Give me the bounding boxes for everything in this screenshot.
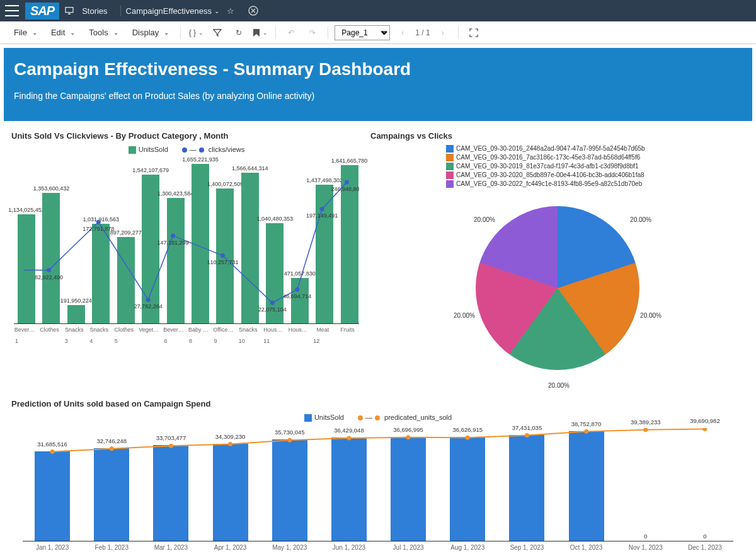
bar <box>153 445 188 541</box>
bar <box>450 437 485 541</box>
close-icon[interactable] <box>248 6 258 16</box>
line-value-label: 39,389,233 <box>631 419 661 426</box>
x-month-label: 6 <box>164 338 168 344</box>
legend-unitssold: UnitsSold <box>129 146 168 154</box>
x-category-label: Baby … <box>186 327 210 333</box>
filter-icon[interactable] <box>209 24 226 42</box>
bar-value-label: 471,057,830 <box>284 270 316 277</box>
bar <box>35 451 70 542</box>
x-month-label: 4 <box>89 338 93 344</box>
x-label: Dec 1, 2023 <box>688 544 722 551</box>
next-page-icon[interactable]: › <box>434 24 452 42</box>
favorite-icon[interactable]: ☆ <box>227 6 234 16</box>
svg-rect-0 <box>66 8 73 13</box>
x-label: Aug 1, 2023 <box>450 544 484 551</box>
toolbar: File⌄ Edit⌄ Tools⌄ Display⌄ { }⌄ ↻ ⌄ ↶ ↷… <box>0 21 756 44</box>
fullscreen-icon[interactable] <box>465 24 483 42</box>
pie-legend-item: CAM_VEG_09-30-2020_85db897e-00e4-4106-bc… <box>446 171 745 180</box>
line-value-label: 35,730,045 <box>275 429 305 436</box>
x-month-label: 1 <box>15 338 18 344</box>
bar <box>291 278 309 323</box>
pie-chart <box>476 206 639 370</box>
page-indicator: 1 / 1 <box>415 28 430 37</box>
x-month-label: 9 <box>214 338 217 344</box>
bar <box>117 237 135 323</box>
x-label: Oct 1, 2023 <box>570 544 603 551</box>
edit-menu[interactable]: Edit⌄ <box>46 25 80 40</box>
breadcrumb[interactable]: CampaignEffectiveness⌄ <box>126 6 219 16</box>
menu-icon[interactable] <box>5 5 19 16</box>
present-icon[interactable] <box>64 6 74 16</box>
prev-page-icon[interactable]: ‹ <box>394 24 411 42</box>
bar-value-label: 1,031,916,563 <box>83 216 120 223</box>
x-month-label: 12 <box>313 338 319 344</box>
braces-icon[interactable]: { }⌄ <box>187 24 205 42</box>
pie-slice-label: 20.00% <box>630 216 651 223</box>
bar-value-label: 897,209,277 <box>110 229 142 236</box>
pie-slice-label: 20.00% <box>474 216 495 223</box>
x-month-label: 3 <box>65 338 68 344</box>
line-value-label: 39,690,982 <box>690 417 720 424</box>
tools-menu[interactable]: Tools⌄ <box>84 25 123 40</box>
line-value-label: 38,752,870 <box>571 420 602 427</box>
pie-slice-label: 20.00% <box>548 382 570 389</box>
bar-value-label: 1,353,600,432 <box>33 185 70 192</box>
x-label: Nov 1, 2023 <box>629 544 663 551</box>
line-value-label: 36,696,995 <box>393 426 423 433</box>
bar <box>241 173 259 324</box>
x-month-label: 8 <box>189 338 192 344</box>
page-select[interactable]: Page_1 <box>335 25 390 40</box>
bar-value-label: 1,641,665,780 <box>331 158 368 164</box>
stories-link[interactable]: Stories <box>82 6 107 16</box>
x-category-label: Snacks <box>62 327 86 333</box>
bookmark-icon[interactable]: ⌄ <box>251 24 269 42</box>
pie-title: Campaings vs Clicks <box>370 131 745 141</box>
bar <box>18 214 35 323</box>
bar <box>509 435 544 541</box>
x-category-label: Fruits <box>336 327 360 333</box>
undo-icon[interactable]: ↶ <box>282 24 300 42</box>
file-menu[interactable]: File⌄ <box>9 25 42 40</box>
pie-legend-item: CAM_VEG_09-30-2016_7ac3186c-173c-45e3-87… <box>446 153 745 162</box>
bar <box>341 165 358 323</box>
bar <box>167 198 185 323</box>
bar-value-label: 0 <box>644 533 647 540</box>
bar-value-label: 1,566,644,314 <box>232 165 268 171</box>
x-month-label: 11 <box>263 338 270 344</box>
sap-logo: SAP <box>25 3 59 20</box>
bar-value-label: 1,400,072,509 <box>207 181 244 187</box>
x-label: Mar 1, 2023 <box>154 544 188 551</box>
x-category-label: Office… <box>211 327 235 333</box>
bar-value-label: 1,437,498,302 <box>306 177 343 183</box>
x-category-label: Bever… <box>13 327 37 333</box>
x-month-label: 10 <box>239 338 245 344</box>
page-title: Campaign Effectiveness - Summary Dashboa… <box>14 59 742 79</box>
legend-unitssold2: UnitsSold <box>304 414 344 422</box>
chart-units-vs-clickviews: Units Sold Vs Clickviews - By Product Ca… <box>10 129 363 397</box>
bar-value-label: 191,950,224 <box>60 298 92 304</box>
line-value-label: 37,431,035 <box>512 424 542 431</box>
line-value-label: 36,429,048 <box>334 427 364 434</box>
redo-icon[interactable]: ↷ <box>304 24 321 42</box>
bar <box>142 175 159 323</box>
bar <box>316 185 333 323</box>
line-value-label: 36,626,915 <box>452 426 483 433</box>
refresh-icon[interactable]: ↻ <box>230 24 248 42</box>
bar <box>391 437 426 541</box>
chart-campaigns-vs-clicks: Campaings vs Clicks CAM_VEG_09-30-2016_2… <box>369 129 746 397</box>
x-month-label: 5 <box>115 338 118 344</box>
pie-slice-label: 20.00% <box>640 312 662 319</box>
bar <box>192 164 209 323</box>
pie-legend-item: CAM_VEG_09-30-2019_81e37cad-f197-4c3d-af… <box>446 162 745 171</box>
page-banner: Campaign Effectiveness - Summary Dashboa… <box>4 48 752 121</box>
bar <box>94 448 129 541</box>
display-menu[interactable]: Display⌄ <box>127 25 175 40</box>
bar-value-label: 1,134,025,452 <box>8 207 45 213</box>
bar <box>266 223 284 323</box>
x-label: Jan 1, 2023 <box>36 544 69 551</box>
x-label: Sep 1, 2023 <box>510 544 544 551</box>
legend-predicted: — predicated_units_sold <box>355 414 452 422</box>
x-label: Jul 1, 2023 <box>393 544 424 551</box>
chart1-title: Units Sold Vs Clickviews - By Product Ca… <box>11 131 362 141</box>
x-category-label: Meat <box>311 327 335 333</box>
